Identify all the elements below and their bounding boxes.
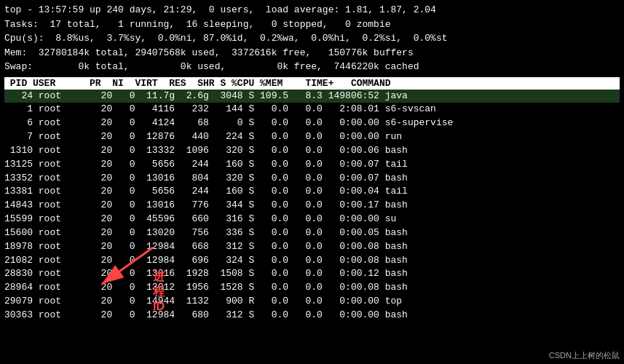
header-line-1: top - 13:57:59 up 240 days, 21:29, 0 use… bbox=[4, 3, 620, 17]
terminal: top - 13:57:59 up 240 days, 21:29, 0 use… bbox=[0, 0, 624, 364]
table-row: 28830 root 20 0 13016 1928 1508 S 0.0 0.… bbox=[4, 267, 620, 281]
table-row: 28964 root 20 0 13012 1956 1528 S 0.0 0.… bbox=[4, 281, 620, 295]
watermark: CSDN上上树的松鼠 bbox=[549, 350, 620, 361]
table-row: 1310 root 20 0 13332 1096 320 S 0.0 0.0 … bbox=[4, 144, 620, 158]
table-row: 18978 root 20 0 12984 668 312 S 0.0 0.0 … bbox=[4, 240, 620, 254]
table-row: 29079 root 20 0 14944 1132 900 R 0.0 0.0… bbox=[4, 295, 620, 309]
header-section: top - 13:57:59 up 240 days, 21:29, 0 use… bbox=[4, 3, 620, 74]
table-body: 24 root 20 0 11.7g 2.6g 3048 S 109.5 8.3… bbox=[4, 90, 620, 323]
table-header-row: PID USER PR NI VIRT RES SHR S %CPU %MEM … bbox=[4, 77, 620, 90]
header-line-3: Cpu(s): 8.8%us, 3.7%sy, 0.0%ni, 87.0%id,… bbox=[4, 31, 620, 46]
table-row: 7 root 20 0 12876 440 224 S 0.0 0.0 0:00… bbox=[4, 130, 620, 144]
table-row: 13125 root 20 0 5656 244 160 S 0.0 0.0 0… bbox=[4, 158, 620, 172]
table-row: 21082 root 20 0 12984 696 324 S 0.0 0.0 … bbox=[4, 254, 620, 268]
table-row: 15599 root 20 0 45596 660 316 S 0.0 0.0 … bbox=[4, 213, 620, 226]
header-line-4: Mem: 32780184k total, 29407568k used, 33… bbox=[4, 46, 620, 60]
header-line-2: Tasks: 17 total, 1 running, 16 sleeping,… bbox=[4, 17, 620, 32]
table-row: 1 root 20 0 4116 232 144 S 0.0 0.0 2:08.… bbox=[4, 103, 620, 116]
process-table: PID USER PR NI VIRT RES SHR S %CPU %MEM … bbox=[4, 77, 620, 323]
table-row: 13381 root 20 0 5656 244 160 S 0.0 0.0 0… bbox=[4, 185, 620, 199]
table-row: 14843 root 20 0 13016 776 344 S 0.0 0.0 … bbox=[4, 199, 620, 213]
header-line-5: Swap: 0k total, 0k used, 0k free, 744622… bbox=[4, 60, 620, 74]
table-row: 15600 root 20 0 13020 756 336 S 0.0 0.0 … bbox=[4, 226, 620, 240]
table-row: 24 root 20 0 11.7g 2.6g 3048 S 109.5 8.3… bbox=[4, 90, 620, 103]
table-row: 13352 root 20 0 13016 804 320 S 0.0 0.0 … bbox=[4, 172, 620, 186]
table-row: 6 root 20 0 4124 68 0 S 0.0 0.0 0:00.00 … bbox=[4, 116, 620, 130]
table-row: 30363 root 20 0 12984 680 312 S 0.0 0.0 … bbox=[4, 309, 620, 323]
